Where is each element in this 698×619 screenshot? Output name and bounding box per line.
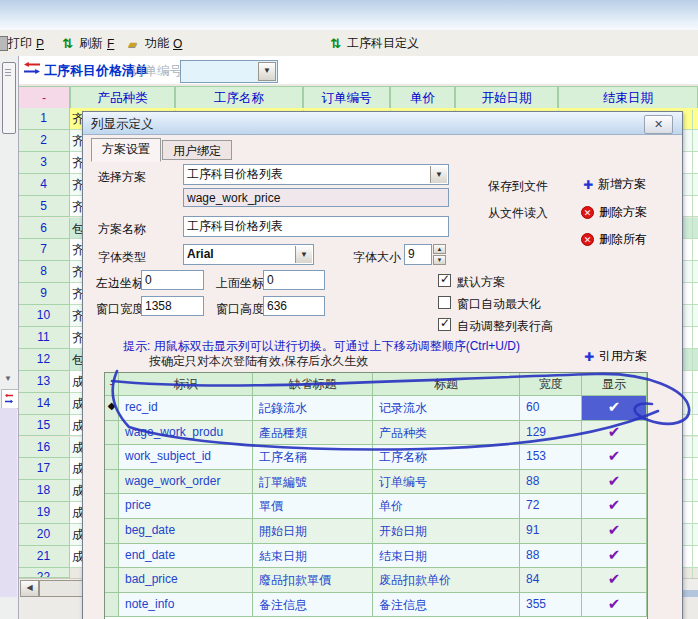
- window-height-input[interactable]: 636: [263, 296, 325, 316]
- cell-title[interactable]: 工序名称: [373, 445, 520, 470]
- chevron-down-icon[interactable]: ▼: [295, 246, 312, 263]
- cell-width[interactable]: 129: [520, 421, 582, 446]
- cell-title[interactable]: 记录流水: [373, 396, 520, 421]
- dialog-title-bar[interactable]: 列显示定义 ✕: [83, 112, 682, 135]
- row-marker[interactable]: [105, 421, 119, 446]
- order-number-dropdown[interactable]: ▼: [180, 60, 278, 83]
- main-column-header[interactable]: 订单编号: [303, 86, 390, 110]
- row-number[interactable]: 15: [18, 415, 70, 437]
- button-引用方案[interactable]: ✚引用方案: [584, 348, 647, 365]
- left-coord-input[interactable]: 0: [141, 270, 204, 290]
- tab-user-binding[interactable]: 用户绑定: [162, 140, 232, 160]
- shown-check-icon[interactable]: ✔: [582, 568, 647, 593]
- row-number[interactable]: 3: [18, 152, 70, 174]
- tab-plan-settings[interactable]: 方案设置: [91, 138, 161, 162]
- cell-default-title[interactable]: 產品種類: [253, 421, 373, 446]
- row-number[interactable]: 17: [18, 458, 70, 480]
- cell-default-title[interactable]: 單價: [253, 494, 373, 519]
- row-number[interactable]: 6: [18, 218, 70, 240]
- shown-check-icon[interactable]: ✔: [582, 396, 647, 421]
- cell-title[interactable]: 订单编号: [373, 470, 520, 495]
- config-column-header[interactable]: 缺省标题: [253, 373, 373, 396]
- chevron-down-icon[interactable]: ▼: [430, 166, 447, 183]
- row-number[interactable]: 7: [18, 239, 70, 261]
- spinner-up-icon[interactable]: ▲: [433, 244, 446, 254]
- row-number[interactable]: 5: [18, 196, 70, 218]
- row-number[interactable]: 2: [18, 130, 70, 152]
- row-number[interactable]: 13: [18, 371, 70, 393]
- cell-width[interactable]: 91: [520, 519, 582, 544]
- top-coord-input[interactable]: 0: [263, 270, 325, 290]
- main-column-header[interactable]: 结束日期: [558, 86, 698, 110]
- cell-default-title[interactable]: 廢品扣款單價: [253, 568, 373, 593]
- cell-width[interactable]: 355: [520, 593, 582, 618]
- shown-check-icon[interactable]: ✔: [582, 519, 647, 544]
- row-number[interactable]: 4: [18, 174, 70, 196]
- checkbox-2[interactable]: ✓: [438, 318, 451, 331]
- toolbar-item-P[interactable]: 打印P: [8, 35, 44, 52]
- close-icon[interactable]: ✕: [644, 115, 673, 134]
- button-删除方案[interactable]: ✕删除方案: [581, 204, 647, 221]
- shown-check-icon[interactable]: ✔: [582, 544, 647, 569]
- button-新增方案[interactable]: ✚新增方案: [583, 176, 646, 193]
- row-number[interactable]: 8: [18, 261, 70, 283]
- row-number[interactable]: 16: [18, 437, 70, 459]
- toolbar-item-define[interactable]: 工序科目定义: [330, 35, 419, 52]
- cell-width[interactable]: 88: [520, 544, 582, 569]
- cell-title[interactable]: 单价: [373, 494, 520, 519]
- read-from-file-link[interactable]: 从文件读入: [488, 205, 548, 222]
- toolbar-item-O[interactable]: 功能O: [128, 35, 182, 52]
- shown-check-icon[interactable]: ✔: [582, 445, 647, 470]
- row-number[interactable]: 14: [18, 393, 70, 415]
- main-column-header[interactable]: 产品种类: [70, 86, 175, 110]
- spinner-down-icon[interactable]: ▼: [433, 255, 446, 265]
- row-number[interactable]: 11: [18, 327, 70, 349]
- row-number[interactable]: 1: [18, 108, 70, 130]
- row-marker[interactable]: [105, 494, 119, 519]
- shown-check-icon[interactable]: ✔: [582, 593, 647, 618]
- font-type-dropdown[interactable]: Arial ▼: [183, 244, 314, 265]
- main-column-header[interactable]: 工序名称: [175, 86, 303, 110]
- row-number[interactable]: 19: [18, 502, 70, 524]
- cell-width[interactable]: 72: [520, 494, 582, 519]
- cell-identifier[interactable]: end_date: [119, 544, 253, 569]
- toolbar-item-F[interactable]: 刷新F: [62, 35, 114, 52]
- window-width-input[interactable]: 1358: [141, 296, 204, 316]
- row-marker[interactable]: [105, 544, 119, 569]
- font-size-input[interactable]: 9: [404, 244, 432, 265]
- cell-identifier[interactable]: price: [119, 494, 253, 519]
- plan-name-input[interactable]: 工序科目价格列表: [183, 216, 449, 237]
- row-number[interactable]: 9: [18, 283, 70, 305]
- cell-identifier[interactable]: wage_work_order: [119, 470, 253, 495]
- row-marker[interactable]: [105, 470, 119, 495]
- row-marker[interactable]: [105, 593, 119, 618]
- cell-title[interactable]: 废品扣款单价: [373, 568, 520, 593]
- save-to-file-link[interactable]: 保存到文件: [488, 178, 548, 195]
- cell-title[interactable]: 产品种类: [373, 421, 520, 446]
- shown-check-icon[interactable]: ✔: [582, 494, 647, 519]
- cell-title[interactable]: 开始日期: [373, 519, 520, 544]
- shown-check-icon[interactable]: ✔: [582, 470, 647, 495]
- cell-width[interactable]: 84: [520, 568, 582, 593]
- chevron-down-icon[interactable]: ▼: [258, 62, 276, 81]
- cell-identifier[interactable]: rec_id: [119, 396, 253, 421]
- cell-identifier[interactable]: beg_date: [119, 519, 253, 544]
- cell-default-title[interactable]: 結束日期: [253, 544, 373, 569]
- row-marker[interactable]: [105, 568, 119, 593]
- config-column-header[interactable]: -: [105, 373, 119, 396]
- splitter-handle[interactable]: [2, 62, 16, 134]
- cell-identifier[interactable]: work_subject_id: [119, 445, 253, 470]
- scrollbar-thumb[interactable]: [39, 580, 85, 597]
- button-删除所有[interactable]: ✕删除所有: [581, 231, 647, 248]
- scroll-left-arrow-icon[interactable]: ◀: [20, 580, 39, 597]
- shown-check-icon[interactable]: ✔: [582, 421, 647, 446]
- cell-width[interactable]: 153: [520, 445, 582, 470]
- row-number[interactable]: 18: [18, 480, 70, 502]
- cell-title[interactable]: 备注信息: [373, 593, 520, 618]
- config-column-header[interactable]: 宽度: [520, 373, 582, 396]
- config-column-header[interactable]: 显示: [582, 373, 647, 396]
- cell-width[interactable]: 88: [520, 470, 582, 495]
- config-column-header[interactable]: 标题: [373, 373, 520, 396]
- rail-down-arrow-icon[interactable]: ▼: [4, 374, 12, 383]
- row-number[interactable]: 21: [18, 546, 70, 568]
